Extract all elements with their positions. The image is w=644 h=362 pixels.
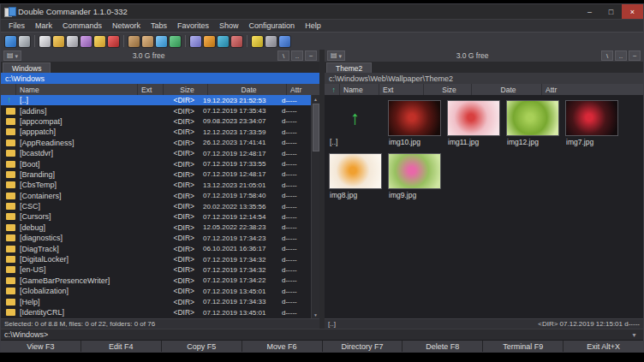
fn-button-alt-x[interactable]: Exit Alt+X	[564, 341, 643, 352]
menu-item-network[interactable]: Network	[107, 21, 146, 30]
fn-button-f9[interactable]: Terminal F9	[483, 341, 563, 352]
file-row[interactable]: [addins]<DIR>07.12.2019 17:35:43d-----	[1, 105, 311, 116]
command-input[interactable]	[48, 329, 629, 340]
file-row[interactable]: [en-US]<DIR>07.12.2019 17:34:32d-----	[1, 264, 311, 275]
column-size[interactable]: Size	[424, 84, 472, 95]
file-row[interactable]: [Globalization]<DIR>07.12.2019 13:45:01d…	[1, 286, 311, 296]
pack-icon[interactable]	[128, 36, 140, 47]
scrollbar-thumb[interactable]	[313, 104, 319, 151]
minimize-button[interactable]: –	[579, 4, 600, 19]
file-row[interactable]: [debug]<DIR>12.05.2022 22:38:23d-----	[1, 223, 311, 233]
scroll-up-icon[interactable]: ▲	[312, 95, 319, 103]
menu-item-tabs[interactable]: Tabs	[146, 21, 172, 30]
close-button[interactable]: ×	[622, 4, 643, 19]
column-icon[interactable]	[1, 84, 16, 95]
left-root-dir-button[interactable]: \	[277, 50, 289, 61]
column-name[interactable]: Name	[340, 84, 379, 95]
thumbnail-item[interactable]: img7.jpg	[562, 99, 621, 146]
file-row[interactable]: [Branding]<DIR>07.12.2019 12:48:17d-----	[1, 169, 311, 180]
file-row[interactable]: [bcastdvr]<DIR>07.12.2019 12:48:17d-----	[1, 148, 311, 158]
refresh-icon[interactable]	[5, 36, 16, 47]
move-icon[interactable]	[80, 36, 92, 47]
file-row[interactable]: [AppReadiness]<DIR>26.12.2023 17:41:41d-…	[1, 138, 311, 148]
unpack-icon[interactable]	[142, 36, 153, 47]
scroll-down-icon[interactable]: ▼	[312, 311, 319, 318]
fn-button-f3[interactable]: View F3	[1, 341, 80, 352]
thumbnail-item[interactable]: img12.jpg	[503, 99, 562, 146]
column-date[interactable]: Date	[208, 84, 287, 95]
right-path-bar[interactable]: c:\Windows\Web\Wallpaper\Theme2	[325, 73, 643, 84]
menu-item-show[interactable]: Show	[214, 21, 244, 30]
multi-rename-icon[interactable]	[190, 36, 201, 47]
fn-button-f4[interactable]: Edit F4	[81, 341, 161, 352]
left-path-bar[interactable]: c:\Windows	[1, 73, 319, 84]
title-bar[interactable]: Double Commander 1.1.0-332 – □ ×	[1, 4, 643, 19]
column-attr[interactable]: Attr	[287, 84, 319, 95]
file-attr: d-----	[278, 181, 311, 189]
file-row[interactable]: [Cursors]<DIR>07.12.2019 12:14:54d-----	[1, 211, 311, 222]
file-row[interactable]: [apppatch]<DIR>12.12.2023 17:33:59d-----	[1, 127, 311, 137]
file-row[interactable]: [CSC]<DIR>20.02.2022 13:35:56d-----	[1, 201, 311, 211]
column-name[interactable]: Name	[16, 84, 138, 95]
menu-item-favorites[interactable]: Favorites	[172, 21, 214, 30]
fn-button-f8[interactable]: Delete F8	[402, 341, 482, 352]
file-row[interactable]: [diagnostics]<DIR>07.12.2019 17:34:23d--…	[1, 233, 311, 243]
right-home-dir-button[interactable]: ~	[629, 50, 641, 61]
left-parent-dir-button[interactable]: ..	[291, 50, 303, 61]
column-size[interactable]: Size	[164, 84, 208, 95]
file-row[interactable]: [appcompat]<DIR>09.08.2023 23:34:07d----…	[1, 116, 311, 127]
menu-item-commands[interactable]: Commands	[57, 21, 107, 30]
thumbnail-item[interactable]: ↑[..]	[325, 99, 385, 146]
copy-icon[interactable]	[67, 36, 78, 47]
delete-icon[interactable]	[108, 36, 119, 47]
compare-icon[interactable]	[204, 36, 215, 47]
file-row[interactable]: [Boot]<DIR>07.12.2019 17:33:55d-----	[1, 158, 311, 169]
sort-ascending-icon[interactable]: ↑	[325, 84, 340, 95]
left-home-dir-button[interactable]: ~	[305, 50, 317, 61]
new-folder-icon[interactable]	[94, 36, 105, 47]
right-root-dir-button[interactable]: \	[601, 50, 613, 61]
thumbnail-item[interactable]: img11.jpg	[444, 99, 503, 146]
column-ext[interactable]: Ext	[379, 84, 424, 95]
tab-windows[interactable]: Windows	[3, 62, 51, 73]
thumbnail-item[interactable]: img10.jpg	[385, 99, 444, 146]
tab-theme2[interactable]: Theme2	[326, 62, 372, 73]
fn-button-f5[interactable]: Copy F5	[162, 341, 242, 352]
left-scrollbar[interactable]: ▲ ▼	[311, 95, 319, 318]
favorites-icon[interactable]	[252, 36, 263, 47]
network-connect-icon[interactable]	[218, 36, 229, 47]
column-attr[interactable]: Attr	[542, 84, 643, 95]
file-row[interactable]: [IdentityCRL]<DIR>07.12.2019 13:45:01d--…	[1, 307, 311, 317]
network-disconnect-icon[interactable]	[231, 36, 242, 47]
configuration-icon[interactable]	[265, 36, 277, 47]
file-row[interactable]: [GameBarPresenceWriter]<DIR>07.12.2019 1…	[1, 276, 311, 286]
maximize-button[interactable]: □	[600, 4, 622, 19]
left-drive-selector[interactable]: ▤ ▾	[3, 50, 21, 61]
menu-item-help[interactable]: Help	[300, 21, 326, 30]
fn-button-f6[interactable]: Move F6	[242, 341, 322, 352]
menu-item-files[interactable]: Files	[3, 21, 30, 30]
view-icon[interactable]	[39, 36, 51, 47]
file-row[interactable]: [DigitalLocker]<DIR>07.12.2019 17:34:32d…	[1, 254, 311, 264]
search-icon[interactable]	[156, 36, 167, 47]
file-row[interactable]: [CbsTemp]<DIR>13.12.2023 21:05:01d-----	[1, 180, 311, 190]
right-drive-selector[interactable]: ▤ ▾	[327, 50, 345, 61]
sync-dirs-icon[interactable]	[170, 36, 181, 47]
right-parent-dir-button[interactable]: ..	[615, 50, 627, 61]
file-row[interactable]: [Containers]<DIR>07.12.2019 17:58:40d---…	[1, 191, 311, 201]
thumbnail-item[interactable]: img8.jpg	[325, 152, 385, 199]
command-history-dropdown-icon[interactable]: ▾	[629, 331, 640, 339]
column-date[interactable]: Date	[472, 84, 542, 95]
edit-icon[interactable]	[53, 36, 64, 47]
menu-item-mark[interactable]: Mark	[30, 21, 57, 30]
fn-button-f7[interactable]: Directory F7	[323, 341, 402, 352]
run-terminal-icon[interactable]	[19, 36, 30, 47]
file-row[interactable]: [DiagTrack]<DIR>06.10.2021 16:36:17d----…	[1, 243, 311, 253]
menu-item-configuration[interactable]: Configuration	[244, 21, 301, 30]
file-attr: d-----	[278, 160, 311, 168]
thumbnail-item[interactable]: img9.jpg	[385, 152, 444, 199]
file-row[interactable]: ↑[..]<DIR>19.12.2023 21:52:53d-----	[1, 95, 311, 105]
column-ext[interactable]: Ext	[138, 84, 164, 95]
file-row[interactable]: [Help]<DIR>07.12.2019 17:34:33d-----	[1, 296, 311, 306]
help-icon[interactable]	[279, 36, 290, 47]
